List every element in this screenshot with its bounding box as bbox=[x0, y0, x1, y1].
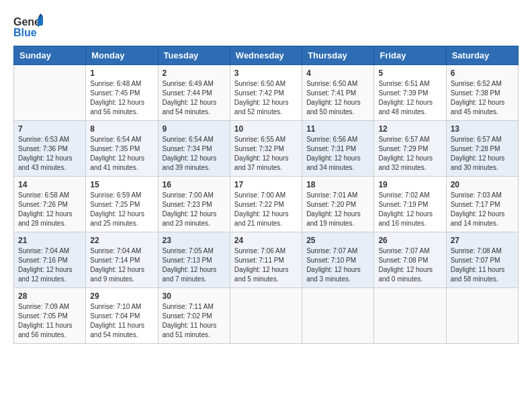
day-number: 25 bbox=[306, 236, 369, 245]
day-number: 17 bbox=[234, 180, 298, 189]
calendar-week-row: 7Sunrise: 6:53 AMSunset: 7:36 PMDaylight… bbox=[14, 121, 519, 177]
calendar-header-row: SundayMondayTuesdayWednesdayThursdayFrid… bbox=[14, 46, 519, 65]
day-info: Sunrise: 6:52 AMSunset: 7:38 PMDaylight:… bbox=[451, 79, 514, 117]
day-info: Sunrise: 7:10 AMSunset: 7:04 PMDaylight:… bbox=[90, 302, 153, 340]
day-number: 18 bbox=[306, 180, 369, 189]
calendar-cell: 10Sunrise: 6:55 AMSunset: 7:32 PMDayligh… bbox=[230, 121, 302, 177]
day-number: 15 bbox=[90, 180, 153, 189]
logo-icon: General Blue bbox=[13, 13, 43, 39]
day-number: 19 bbox=[378, 180, 441, 189]
calendar-cell: 24Sunrise: 7:06 AMSunset: 7:11 PMDayligh… bbox=[230, 232, 302, 288]
day-number: 9 bbox=[163, 124, 226, 134]
calendar-cell bbox=[446, 288, 518, 344]
day-info: Sunrise: 7:03 AMSunset: 7:17 PMDaylight:… bbox=[451, 191, 514, 228]
calendar-cell: 5Sunrise: 6:51 AMSunset: 7:39 PMDaylight… bbox=[374, 65, 446, 121]
calendar-cell: 13Sunrise: 6:57 AMSunset: 7:28 PMDayligh… bbox=[446, 121, 518, 177]
calendar-cell: 19Sunrise: 7:02 AMSunset: 7:19 PMDayligh… bbox=[374, 177, 446, 232]
svg-text:Blue: Blue bbox=[13, 27, 37, 38]
day-info: Sunrise: 6:56 AMSunset: 7:31 PMDaylight:… bbox=[306, 135, 369, 173]
day-info: Sunrise: 7:09 AMSunset: 7:05 PMDaylight:… bbox=[18, 302, 81, 340]
calendar-cell: 11Sunrise: 6:56 AMSunset: 7:31 PMDayligh… bbox=[302, 121, 374, 177]
day-info: Sunrise: 7:07 AMSunset: 7:08 PMDaylight:… bbox=[378, 246, 441, 284]
calendar-table: SundayMondayTuesdayWednesdayThursdayFrid… bbox=[13, 46, 519, 344]
day-number: 14 bbox=[18, 180, 81, 189]
day-info: Sunrise: 6:58 AMSunset: 7:26 PMDaylight:… bbox=[18, 191, 81, 228]
weekday-header-monday: Monday bbox=[86, 46, 158, 65]
calendar-cell: 17Sunrise: 7:00 AMSunset: 7:22 PMDayligh… bbox=[230, 177, 302, 232]
day-number: 3 bbox=[234, 68, 298, 78]
calendar-cell bbox=[302, 288, 374, 344]
day-info: Sunrise: 6:51 AMSunset: 7:39 PMDaylight:… bbox=[378, 79, 441, 117]
weekday-header-thursday: Thursday bbox=[302, 46, 374, 65]
weekday-header-saturday: Saturday bbox=[446, 46, 518, 65]
day-number: 16 bbox=[163, 180, 226, 189]
calendar-cell: 23Sunrise: 7:05 AMSunset: 7:13 PMDayligh… bbox=[158, 232, 230, 288]
day-number: 8 bbox=[90, 124, 153, 134]
day-number: 29 bbox=[90, 291, 153, 301]
day-number: 10 bbox=[234, 124, 298, 134]
day-number: 6 bbox=[451, 68, 514, 78]
logo: General Blue bbox=[13, 13, 43, 39]
day-number: 13 bbox=[451, 124, 514, 134]
day-info: Sunrise: 7:00 AMSunset: 7:22 PMDaylight:… bbox=[234, 191, 298, 228]
calendar-cell: 20Sunrise: 7:03 AMSunset: 7:17 PMDayligh… bbox=[446, 177, 518, 232]
day-info: Sunrise: 6:54 AMSunset: 7:34 PMDaylight:… bbox=[163, 135, 226, 173]
weekday-header-friday: Friday bbox=[374, 46, 446, 65]
day-info: Sunrise: 7:00 AMSunset: 7:23 PMDaylight:… bbox=[163, 191, 226, 228]
day-number: 26 bbox=[378, 236, 441, 245]
day-info: Sunrise: 7:04 AMSunset: 7:14 PMDaylight:… bbox=[90, 246, 153, 284]
calendar-cell: 26Sunrise: 7:07 AMSunset: 7:08 PMDayligh… bbox=[374, 232, 446, 288]
calendar-week-row: 1Sunrise: 6:48 AMSunset: 7:45 PMDaylight… bbox=[14, 65, 519, 121]
day-info: Sunrise: 7:04 AMSunset: 7:16 PMDaylight:… bbox=[18, 246, 81, 284]
weekday-header-wednesday: Wednesday bbox=[230, 46, 302, 65]
day-info: Sunrise: 7:11 AMSunset: 7:02 PMDaylight:… bbox=[163, 302, 226, 340]
calendar-cell: 6Sunrise: 6:52 AMSunset: 7:38 PMDaylight… bbox=[446, 65, 518, 121]
calendar-cell bbox=[14, 65, 86, 121]
day-info: Sunrise: 7:08 AMSunset: 7:07 PMDaylight:… bbox=[451, 246, 514, 284]
day-info: Sunrise: 6:57 AMSunset: 7:29 PMDaylight:… bbox=[378, 135, 441, 173]
day-number: 24 bbox=[234, 236, 298, 245]
calendar-cell: 1Sunrise: 6:48 AMSunset: 7:45 PMDaylight… bbox=[86, 65, 158, 121]
calendar-cell: 28Sunrise: 7:09 AMSunset: 7:05 PMDayligh… bbox=[14, 288, 86, 344]
day-number: 22 bbox=[90, 236, 153, 245]
day-number: 27 bbox=[451, 236, 514, 245]
day-info: Sunrise: 6:54 AMSunset: 7:35 PMDaylight:… bbox=[90, 135, 153, 173]
day-number: 1 bbox=[90, 68, 153, 78]
calendar-cell bbox=[374, 288, 446, 344]
calendar-cell: 4Sunrise: 6:50 AMSunset: 7:41 PMDaylight… bbox=[302, 65, 374, 121]
day-info: Sunrise: 7:01 AMSunset: 7:20 PMDaylight:… bbox=[306, 191, 369, 228]
calendar-week-row: 14Sunrise: 6:58 AMSunset: 7:26 PMDayligh… bbox=[14, 177, 519, 232]
day-info: Sunrise: 6:48 AMSunset: 7:45 PMDaylight:… bbox=[90, 79, 153, 117]
calendar-cell: 29Sunrise: 7:10 AMSunset: 7:04 PMDayligh… bbox=[86, 288, 158, 344]
calendar-cell: 22Sunrise: 7:04 AMSunset: 7:14 PMDayligh… bbox=[86, 232, 158, 288]
day-number: 30 bbox=[163, 291, 226, 301]
calendar-cell: 25Sunrise: 7:07 AMSunset: 7:10 PMDayligh… bbox=[302, 232, 374, 288]
page-header: General Blue bbox=[13, 13, 519, 39]
calendar-cell: 27Sunrise: 7:08 AMSunset: 7:07 PMDayligh… bbox=[446, 232, 518, 288]
calendar-cell: 14Sunrise: 6:58 AMSunset: 7:26 PMDayligh… bbox=[14, 177, 86, 232]
day-info: Sunrise: 6:57 AMSunset: 7:28 PMDaylight:… bbox=[451, 135, 514, 173]
day-number: 28 bbox=[18, 291, 81, 301]
calendar-week-row: 28Sunrise: 7:09 AMSunset: 7:05 PMDayligh… bbox=[14, 288, 519, 344]
calendar-cell: 21Sunrise: 7:04 AMSunset: 7:16 PMDayligh… bbox=[14, 232, 86, 288]
weekday-header-sunday: Sunday bbox=[14, 46, 86, 65]
calendar-cell: 2Sunrise: 6:49 AMSunset: 7:44 PMDaylight… bbox=[158, 65, 230, 121]
calendar-cell: 3Sunrise: 6:50 AMSunset: 7:42 PMDaylight… bbox=[230, 65, 302, 121]
day-number: 21 bbox=[18, 236, 81, 245]
day-info: Sunrise: 7:07 AMSunset: 7:10 PMDaylight:… bbox=[306, 246, 369, 284]
day-number: 2 bbox=[163, 68, 226, 78]
day-number: 12 bbox=[378, 124, 441, 134]
calendar-cell: 12Sunrise: 6:57 AMSunset: 7:29 PMDayligh… bbox=[374, 121, 446, 177]
calendar-cell: 15Sunrise: 6:59 AMSunset: 7:25 PMDayligh… bbox=[86, 177, 158, 232]
calendar-week-row: 21Sunrise: 7:04 AMSunset: 7:16 PMDayligh… bbox=[14, 232, 519, 288]
day-number: 20 bbox=[451, 180, 514, 189]
day-info: Sunrise: 6:49 AMSunset: 7:44 PMDaylight:… bbox=[163, 79, 226, 117]
day-info: Sunrise: 6:55 AMSunset: 7:32 PMDaylight:… bbox=[234, 135, 298, 173]
calendar-cell bbox=[230, 288, 302, 344]
day-number: 11 bbox=[306, 124, 369, 134]
calendar-cell: 8Sunrise: 6:54 AMSunset: 7:35 PMDaylight… bbox=[86, 121, 158, 177]
day-info: Sunrise: 6:50 AMSunset: 7:41 PMDaylight:… bbox=[306, 79, 369, 117]
day-info: Sunrise: 6:50 AMSunset: 7:42 PMDaylight:… bbox=[234, 79, 298, 117]
day-info: Sunrise: 6:59 AMSunset: 7:25 PMDaylight:… bbox=[90, 191, 153, 228]
calendar-body: 1Sunrise: 6:48 AMSunset: 7:45 PMDaylight… bbox=[14, 65, 519, 344]
